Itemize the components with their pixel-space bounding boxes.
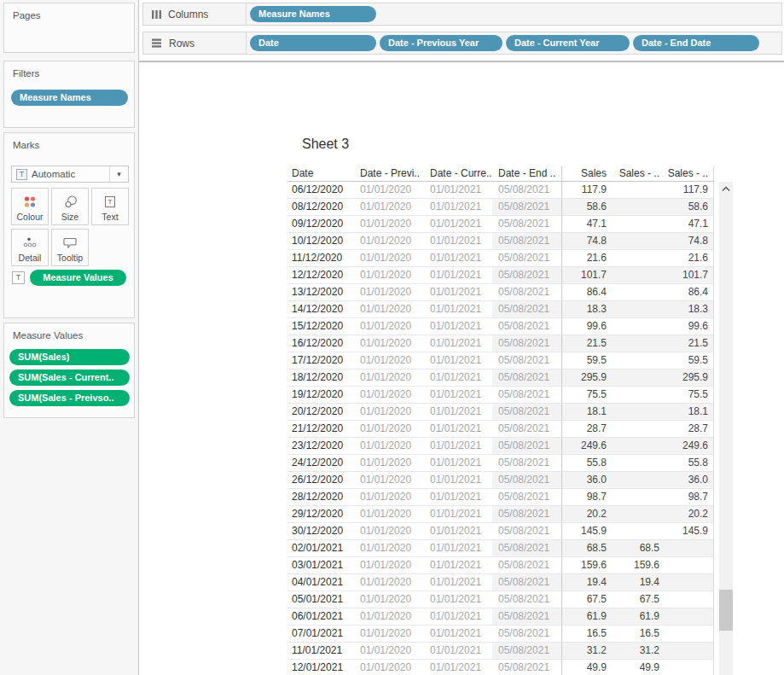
date-cell[interactable]: 03/01/2021 [287,557,356,574]
date-header-cell[interactable]: 01/01/2021 [424,421,492,438]
measure-value-cell[interactable]: 36.0 [562,472,612,489]
date-header-cell[interactable]: 01/01/2021 [424,660,492,675]
date-cell[interactable]: 13/12/2020 [287,284,356,301]
date-cell[interactable]: 24/12/2020 [287,455,356,472]
date-cell[interactable]: 14/12/2020 [287,301,356,318]
date-cell[interactable]: 02/01/2021 [287,540,356,557]
date-cell[interactable]: 08/12/2020 [287,199,356,216]
date-header-cell[interactable]: 05/08/2021 [492,557,562,574]
date-header-cell[interactable]: 05/08/2021 [492,626,562,643]
measure-value-cell[interactable] [612,523,665,540]
measure-value-cell[interactable]: 67.5 [612,591,665,608]
measure-value-cell[interactable]: 21.5 [562,335,612,352]
date-header-cell[interactable]: 01/01/2021 [424,199,492,216]
pill-date[interactable]: Date [250,35,376,51]
measure-value-cell[interactable]: 61.9 [612,608,665,626]
date-header-cell[interactable]: 01/01/2020 [356,199,424,216]
text-button[interactable]: T Text [91,188,129,225]
measure-value-cell[interactable] [612,284,665,301]
date-header-cell[interactable]: 05/08/2021 [492,233,562,250]
date-header-cell[interactable]: 01/01/2021 [424,506,492,523]
date-header-cell[interactable]: 01/01/2021 [424,318,492,335]
date-cell[interactable]: 12/12/2020 [287,267,356,284]
measure-value-cell[interactable]: 75.5 [665,387,714,404]
measure-value-cell[interactable]: 101.7 [665,267,714,284]
date-header-cell[interactable]: 01/01/2020 [356,591,424,608]
measure-value-cell[interactable] [612,370,665,387]
date-header-cell[interactable]: 05/08/2021 [492,182,562,199]
date-header-cell[interactable]: 05/08/2021 [492,438,562,455]
measure-value-cell[interactable] [612,472,665,489]
measure-value-cell[interactable] [612,506,665,523]
measure-value-cell[interactable]: 117.9 [665,182,714,199]
measure-value-cell[interactable]: 19.4 [612,574,665,591]
date-header-cell[interactable]: 01/01/2021 [424,472,492,489]
date-header-cell[interactable]: 01/01/2021 [424,404,492,421]
scrollbar-thumb[interactable] [719,590,733,631]
date-header-cell[interactable]: 01/01/2020 [356,301,424,318]
date-header-cell[interactable]: 01/01/2021 [424,523,492,540]
date-header-cell[interactable]: 01/01/2020 [356,421,424,438]
pill-date-current-year[interactable]: Date - Current Year [506,35,630,51]
measure-value-cell[interactable]: 28.7 [562,421,612,438]
date-header-cell[interactable]: 01/01/2021 [424,626,492,643]
measure-value-cell[interactable]: 295.9 [562,370,612,387]
date-header-cell[interactable]: 01/01/2021 [424,335,492,352]
measure-value-cell[interactable]: 145.9 [562,523,612,540]
date-header-cell[interactable]: 01/01/2021 [424,267,492,284]
date-header-cell[interactable]: 01/01/2021 [424,438,492,455]
measure-value-cell[interactable]: 49.9 [562,660,612,675]
vertical-scrollbar[interactable] [719,182,733,675]
measure-value-cell[interactable]: 117.9 [562,182,612,199]
measure-value-cell[interactable]: 20.2 [665,506,714,523]
measure-pill-sum-sales[interactable]: SUM(Sales) [9,349,130,365]
date-cell[interactable]: 11/01/2021 [287,643,356,660]
date-header-cell[interactable]: 05/08/2021 [492,370,562,387]
date-header-cell[interactable]: 05/08/2021 [492,421,562,438]
measure-value-cell[interactable]: 61.9 [562,608,612,626]
date-header-cell[interactable]: 01/01/2020 [356,216,424,233]
date-header-cell[interactable]: 05/08/2021 [492,455,562,472]
measure-value-cell[interactable] [612,335,665,352]
date-header-cell[interactable]: 01/01/2021 [424,182,492,199]
measure-value-cell[interactable] [612,318,665,335]
date-header-cell[interactable]: 01/01/2020 [356,643,424,660]
date-header-cell[interactable]: 05/08/2021 [492,284,562,301]
size-button[interactable]: Size [51,188,89,225]
measure-value-cell[interactable]: 55.8 [562,455,612,472]
measure-value-cell[interactable]: 99.6 [665,318,714,335]
date-cell[interactable]: 05/01/2021 [287,591,356,608]
column-header[interactable]: Sales [562,166,612,181]
detail-button[interactable]: Detail [11,229,49,266]
measure-value-cell[interactable]: 59.5 [562,352,612,370]
measure-value-cell[interactable] [665,591,714,608]
measure-value-cell[interactable]: 36.0 [665,472,714,489]
pill-measure-names[interactable]: Measure Names [250,6,376,22]
date-header-cell[interactable]: 01/01/2021 [424,352,492,370]
date-cell[interactable]: 23/12/2020 [287,438,356,455]
date-header-cell[interactable]: 01/01/2020 [356,523,424,540]
measure-value-cell[interactable]: 74.8 [562,233,612,250]
date-cell[interactable]: 06/12/2020 [287,182,356,199]
date-header-cell[interactable]: 05/08/2021 [492,489,562,506]
date-header-cell[interactable]: 01/01/2020 [356,250,424,267]
date-header-cell[interactable]: 01/01/2021 [424,608,492,626]
measure-value-cell[interactable]: 159.6 [562,557,612,574]
measure-value-cell[interactable] [665,660,714,675]
measure-value-cell[interactable]: 58.6 [665,199,714,216]
date-cell[interactable]: 16/12/2020 [287,335,356,352]
date-header-cell[interactable]: 05/08/2021 [492,608,562,626]
date-header-cell[interactable]: 01/01/2020 [356,472,424,489]
measure-value-cell[interactable]: 249.6 [562,438,612,455]
date-header-cell[interactable]: 05/08/2021 [492,301,562,318]
measure-value-cell[interactable]: 99.6 [562,318,612,335]
tooltip-button[interactable]: Tooltip [51,229,89,266]
measure-value-cell[interactable]: 58.6 [562,199,612,216]
measure-value-cell[interactable] [665,643,714,660]
measure-value-cell[interactable]: 47.1 [665,216,714,233]
date-header-cell[interactable]: 01/01/2020 [356,608,424,626]
column-header[interactable]: Sales - .. [612,166,665,181]
date-header-cell[interactable]: 01/01/2020 [356,335,424,352]
measure-value-cell[interactable] [612,455,665,472]
date-header-cell[interactable]: 05/08/2021 [492,404,562,421]
